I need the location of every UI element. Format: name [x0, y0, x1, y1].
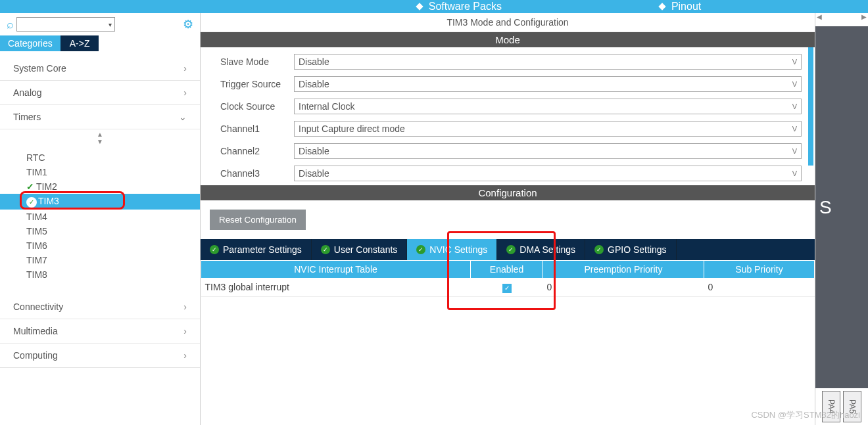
tree-item-tim3[interactable]: ✓TIM3 — [0, 194, 200, 210]
chevron-right-icon: › — [183, 87, 187, 98]
chevron-down-icon: V — [792, 58, 797, 66]
nvic-table: NVIC Interrupt Table Enabled Preemption … — [201, 260, 815, 297]
enabled-checkbox[interactable]: ✓ — [502, 284, 512, 293]
arrow-left-icon[interactable]: ◀ — [817, 13, 822, 22]
cell-interrupt-name: TIM3 global interrupt — [201, 279, 471, 297]
pinout-preview: ◀▶ S PA4 PA5 — [815, 13, 868, 425]
subtab-nvic-settings[interactable]: ✓NVIC Settings — [407, 239, 497, 260]
diamond-icon — [416, 3, 423, 10]
category-timers[interactable]: Timers⌄ — [0, 105, 200, 129]
subtab-user-constants[interactable]: ✓User Constants — [312, 239, 407, 260]
tree-item-tim2[interactable]: ✓TIM2 — [26, 179, 200, 194]
topbar-item-software-packs[interactable]: Software Packs — [417, 1, 502, 12]
gear-icon[interactable]: ⚙ — [183, 17, 193, 32]
th-interrupt-table: NVIC Interrupt Table — [201, 261, 471, 279]
label-trigger-source: Trigger Source — [220, 79, 294, 89]
config-subtabs: ✓Parameter Settings ✓User Constants ✓NVI… — [201, 239, 815, 260]
sidebar: ⌕ ▾ ⚙ Categories A->Z System Core› Analo… — [0, 13, 201, 425]
th-sub-priority: Sub Priority — [704, 261, 815, 279]
label-slave-mode: Slave Mode — [220, 56, 294, 67]
search-icon[interactable]: ⌕ — [7, 18, 14, 32]
check-icon: ✓ — [26, 181, 34, 192]
category-connectivity[interactable]: Connectivity› — [0, 295, 200, 319]
cell-sub-priority[interactable]: 0 — [704, 279, 815, 297]
page-title: TIM3 Mode and Configuration — [201, 13, 815, 32]
check-circle-icon: ✓ — [210, 245, 219, 254]
table-row[interactable]: TIM3 global interrupt ✓ 0 0 — [201, 279, 815, 297]
tree-item-tim7[interactable]: TIM7 — [26, 253, 200, 267]
diamond-icon — [658, 3, 665, 10]
tab-categories[interactable]: Categories — [0, 35, 60, 51]
chevron-right-icon: › — [183, 63, 187, 74]
chevron-down-icon: ⌄ — [179, 112, 187, 122]
category-multimedia[interactable]: Multimedia› — [0, 319, 200, 344]
check-circle-icon: ✓ — [506, 245, 516, 254]
cell-preemption[interactable]: 0 — [543, 279, 704, 297]
tree-item-tim6[interactable]: TIM6 — [26, 238, 200, 253]
th-enabled: Enabled — [471, 261, 543, 279]
reset-configuration-button[interactable]: Reset Configuration — [210, 210, 306, 230]
search-dropdown[interactable]: ▾ — [16, 17, 115, 32]
chip-body[interactable]: S — [815, 26, 868, 388]
chevron-down-icon: V — [792, 169, 797, 177]
category-analog[interactable]: Analog› — [0, 81, 200, 105]
tree-item-tim1[interactable]: TIM1 — [26, 165, 200, 179]
select-channel2[interactable]: DisableV — [294, 143, 802, 159]
chevron-down-icon: V — [792, 102, 797, 110]
sort-toggle-icon[interactable]: ▲▼ — [0, 129, 200, 146]
th-preemption: Preemption Priority — [543, 261, 704, 279]
subtab-gpio-settings[interactable]: ✓GPIO Settings — [585, 239, 676, 260]
check-circle-icon: ✓ — [26, 197, 37, 208]
configuration-section-header: Configuration — [201, 185, 815, 200]
tree-item-tim5[interactable]: TIM5 — [26, 224, 200, 238]
timers-tree: RTC TIM1 ✓TIM2 ✓TIM3 TIM4 TIM5 TIM6 TIM7… — [0, 146, 200, 295]
select-slave-mode[interactable]: DisableV — [294, 54, 802, 70]
chevron-right-icon: › — [183, 350, 187, 361]
chevron-down-icon: V — [792, 125, 797, 133]
label-clock-source: Clock Source — [220, 101, 294, 112]
chevron-down-icon: V — [792, 147, 797, 155]
select-trigger-source[interactable]: DisableV — [294, 76, 802, 92]
label-channel1: Channel1 — [220, 123, 294, 134]
category-system-core[interactable]: System Core› — [0, 56, 200, 81]
label-channel3: Channel3 — [220, 168, 294, 179]
topbar-item-pinout[interactable]: Pinout — [660, 1, 701, 12]
tree-item-rtc[interactable]: RTC — [26, 150, 200, 165]
label-channel2: Channel2 — [220, 146, 294, 156]
chevron-right-icon: › — [183, 302, 187, 312]
top-menu-bar: Software Packs Pinout — [0, 0, 868, 13]
select-clock-source[interactable]: Internal ClockV — [294, 99, 802, 114]
tree-item-tim8[interactable]: TIM8 — [26, 267, 200, 282]
category-computing[interactable]: Computing› — [0, 344, 200, 368]
tab-a-to-z[interactable]: A->Z — [60, 35, 99, 51]
subtab-parameter-settings[interactable]: ✓Parameter Settings — [201, 239, 312, 260]
arrow-right-icon[interactable]: ▶ — [861, 13, 867, 22]
select-channel3[interactable]: DisableV — [294, 166, 802, 181]
mode-section-header: Mode — [201, 32, 815, 47]
scrollbar[interactable] — [808, 47, 813, 166]
check-circle-icon: ✓ — [594, 245, 604, 254]
check-circle-icon: ✓ — [416, 245, 425, 254]
configuration-area: Reset Configuration ✓Parameter Settings … — [201, 200, 815, 297]
check-circle-icon: ✓ — [321, 245, 330, 254]
watermark: CSDN @学习STM32的haozi — [751, 409, 860, 421]
chevron-right-icon: › — [183, 326, 187, 336]
select-channel1[interactable]: Input Capture direct modeV — [294, 121, 802, 137]
chevron-down-icon: V — [792, 80, 797, 88]
main-panel: TIM3 Mode and Configuration Mode Slave M… — [201, 13, 815, 425]
mode-form: Slave ModeDisableV Trigger SourceDisable… — [201, 47, 815, 185]
tree-item-tim4[interactable]: TIM4 — [26, 210, 200, 224]
subtab-dma-settings[interactable]: ✓DMA Settings — [497, 239, 585, 260]
